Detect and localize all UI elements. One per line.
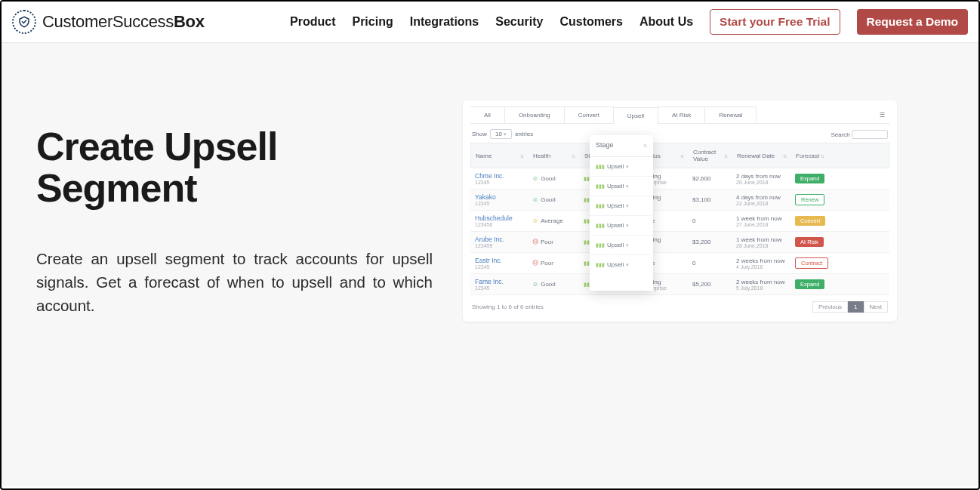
stage-option[interactable]: ▮▮▮Upsell▾ bbox=[590, 177, 653, 196]
main-nav: Product Pricing Integrations Security Cu… bbox=[290, 9, 968, 35]
chevron-down-icon: ▾ bbox=[626, 183, 629, 190]
signal-icon: ▮▮▮ bbox=[596, 203, 605, 209]
cell-forecast: Expand bbox=[790, 170, 828, 187]
chevron-down-icon: ▾ bbox=[626, 223, 629, 229]
signal-icon: ▮▮▮ bbox=[596, 164, 605, 170]
brand-name: CustomerSuccessBox bbox=[42, 12, 205, 32]
account-id: 123459 bbox=[475, 243, 523, 248]
stage-option[interactable]: ▮▮▮Upsell▾ bbox=[590, 157, 653, 177]
table-row[interactable]: Eastr Inc.12345☹Poor▮▮▮Upsell▾Free02 wee… bbox=[470, 253, 889, 274]
health-icon: ☺ bbox=[532, 175, 538, 182]
accounts-table: Name⇅ Health⇅ Stage⇅ Status⇅ Contract Va… bbox=[470, 143, 889, 295]
chevron-down-icon: ▾ bbox=[626, 164, 629, 170]
health-icon: ☺ bbox=[532, 281, 538, 288]
forecast-badge: Expand bbox=[795, 174, 824, 183]
forecast-badge: Renew bbox=[795, 194, 824, 205]
forecast-badge: Expand bbox=[795, 279, 824, 289]
hero-description: Create an upsell segment to track accoun… bbox=[36, 248, 433, 317]
stage-option[interactable]: ▮▮▮Upsell▾ bbox=[590, 216, 653, 236]
cell-health: ☹Poor bbox=[528, 256, 579, 270]
search-input[interactable] bbox=[852, 130, 888, 139]
health-icon: ☺ bbox=[532, 217, 538, 224]
tab-convert[interactable]: Convert bbox=[564, 106, 614, 123]
col-name[interactable]: Name⇅ bbox=[471, 147, 529, 165]
health-label: Good bbox=[541, 196, 556, 203]
cell-health: ☺Good bbox=[528, 171, 579, 186]
health-label: Good bbox=[541, 175, 556, 182]
col-forecast[interactable]: Forecast⇅ bbox=[791, 147, 829, 165]
cell-cv: $3,200 bbox=[688, 235, 732, 249]
health-icon: ☺ bbox=[532, 196, 538, 203]
col-cv[interactable]: Contract Value⇅ bbox=[689, 143, 732, 168]
table-row[interactable]: Yakako12345☺Good▮▮▮Upsell▾PayingPro$3,10… bbox=[470, 190, 889, 211]
hamburger-icon[interactable]: ☰ bbox=[874, 112, 889, 119]
show-label: Show bbox=[472, 131, 487, 137]
table-row[interactable]: Arube Inc.123459☹Poor▮▮▮Upsell▾PayingPro… bbox=[470, 232, 889, 253]
table-row[interactable]: Hubschedule123456☺Average▮▮▮Upsell▾Free0… bbox=[470, 211, 889, 232]
segment-panel: All Onboarding Convert Upsell At Risk Re… bbox=[463, 100, 897, 322]
nav-pricing[interactable]: Pricing bbox=[352, 15, 393, 29]
signal-icon: ▮▮▮ bbox=[596, 262, 605, 268]
nav-product[interactable]: Product bbox=[290, 15, 335, 29]
request-demo-button[interactable]: Request a Demo bbox=[857, 9, 968, 35]
account-name[interactable]: Eastr Inc. bbox=[475, 257, 523, 264]
brand-logo-icon bbox=[12, 10, 36, 34]
tab-all[interactable]: All bbox=[470, 106, 505, 123]
nav-security[interactable]: Security bbox=[495, 15, 543, 29]
panel-footer: Showing 1 to 6 of 6 entries Previous 1 N… bbox=[470, 295, 889, 313]
account-name[interactable]: Arube Inc. bbox=[475, 236, 523, 243]
sort-icon: ⇅ bbox=[643, 143, 647, 148]
cell-forecast: At Risk bbox=[790, 233, 828, 251]
stage-option[interactable]: ▮▮▮Upsell▾ bbox=[590, 236, 653, 255]
account-id: 123456 bbox=[475, 222, 523, 227]
signal-icon: ▮▮▮ bbox=[596, 242, 605, 248]
forecast-badge: Convert bbox=[795, 216, 825, 226]
search-label: Search bbox=[831, 131, 849, 137]
entries-select[interactable]: 10 ▾ bbox=[490, 129, 512, 139]
cell-cv: 0 bbox=[688, 214, 732, 228]
health-label: Poor bbox=[541, 260, 553, 267]
account-name[interactable]: Chme Inc. bbox=[475, 172, 523, 180]
page-1[interactable]: 1 bbox=[848, 301, 863, 313]
nav-about[interactable]: About Us bbox=[639, 15, 693, 29]
col-health[interactable]: Health⇅ bbox=[529, 147, 580, 165]
tab-upsell[interactable]: Upsell bbox=[613, 107, 658, 124]
stage-option[interactable]: ▮▮▮Upsell▾ bbox=[590, 196, 653, 216]
table-row[interactable]: Fame Inc.12345☺Good▮▮▮Upsell▾PayingEnter… bbox=[470, 274, 889, 295]
account-name[interactable]: Fame Inc. bbox=[475, 278, 523, 285]
table-row[interactable]: Chme Inc.12345☺Good▮▮▮Upsell▾PayingEnter… bbox=[470, 168, 889, 190]
nav-customers[interactable]: Customers bbox=[559, 15, 623, 29]
cell-name: Yakako12345 bbox=[470, 190, 528, 210]
account-id: 12345 bbox=[475, 285, 523, 291]
account-id: 12345 bbox=[475, 201, 523, 206]
popover-header: Stage⇅ bbox=[590, 135, 653, 157]
nav-integrations[interactable]: Integrations bbox=[410, 15, 479, 29]
sort-icon: ⇅ bbox=[572, 153, 575, 159]
chevron-down-icon: ▾ bbox=[626, 203, 629, 209]
hero-section: Create Upsell Segment Create an upsell s… bbox=[2, 43, 978, 486]
account-name[interactable]: Hubschedule bbox=[475, 214, 523, 222]
cell-cv: $2,600 bbox=[688, 171, 732, 186]
cell-name: Hubschedule123456 bbox=[470, 211, 528, 231]
cell-forecast: Convert bbox=[790, 212, 828, 230]
page-prev[interactable]: Previous bbox=[812, 301, 848, 313]
account-name[interactable]: Yakako bbox=[475, 193, 523, 201]
cell-name: Eastr Inc.12345 bbox=[470, 253, 528, 273]
cell-name: Arube Inc.123459 bbox=[470, 232, 528, 252]
tab-atrisk[interactable]: At Risk bbox=[658, 106, 705, 123]
cell-forecast: Expand bbox=[790, 276, 828, 293]
cell-renew: 2 weeks from now5 July,2018 bbox=[732, 275, 790, 294]
health-label: Poor bbox=[541, 239, 553, 245]
page-next[interactable]: Next bbox=[864, 301, 888, 313]
stage-option[interactable]: ▮▮▮Upsell▾ bbox=[590, 255, 653, 291]
cell-health: ☺Good bbox=[528, 277, 579, 291]
start-trial-button[interactable]: Start your Free Trial bbox=[710, 9, 840, 35]
forecast-badge: At Risk bbox=[795, 237, 824, 247]
cell-cv: $5,200 bbox=[688, 277, 732, 291]
tab-renewal[interactable]: Renewal bbox=[704, 106, 757, 123]
tab-onboarding[interactable]: Onboarding bbox=[504, 106, 565, 123]
col-renew[interactable]: Renewal Date⇅ bbox=[732, 147, 791, 165]
brand[interactable]: CustomerSuccessBox bbox=[12, 10, 205, 34]
cell-renew: 1 week from now28 June,2018 bbox=[732, 233, 790, 252]
cell-forecast: Renew bbox=[790, 190, 828, 209]
